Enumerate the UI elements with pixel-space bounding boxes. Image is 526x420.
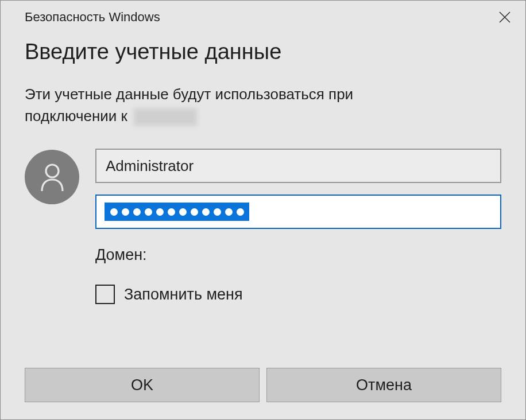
dialog-heading: Введите учетные данные [25,40,501,64]
password-dot [214,208,221,216]
subtext-line1: Эти учетные данные будут использоваться … [25,85,353,103]
subtext-line2-prefix: подключении к [25,107,127,125]
password-dot [133,208,141,216]
domain-label: Домен: [95,246,501,264]
password-dot [110,208,118,216]
credentials-row: Домен: Запомнить меня [25,149,501,304]
close-icon [498,10,512,24]
password-dot [168,208,175,216]
cancel-button[interactable]: Отмена [266,368,501,402]
titlebar: Безопасность Windows [1,1,525,34]
svg-point-2 [46,165,59,177]
dialog-subtext: Эти учетные данные будут использоваться … [25,84,501,127]
password-dot [191,208,198,216]
dialog-content: Введите учетные данные Эти учетные данны… [1,34,525,304]
close-button[interactable] [484,1,525,34]
password-dot [156,208,164,216]
remember-label: Запомнить меня [124,286,243,304]
window-title: Безопасность Windows [25,10,160,25]
button-row: OK Отмена [25,368,501,402]
credentials-dialog: Безопасность Windows Введите учетные дан… [0,0,526,420]
ok-button[interactable]: OK [25,368,260,402]
avatar [25,150,79,204]
password-selection [105,203,249,221]
redacted-hostname [134,108,197,126]
password-dot [145,208,152,216]
username-input[interactable] [95,149,501,183]
password-dot [237,208,244,216]
password-dot [122,208,129,216]
password-input[interactable] [95,195,501,229]
password-dot [179,208,187,216]
remember-checkbox[interactable] [95,285,115,304]
remember-row: Запомнить меня [95,285,501,304]
credential-fields: Домен: Запомнить меня [95,149,501,304]
password-dot [202,208,210,216]
user-icon [38,162,66,192]
password-dot [225,208,233,216]
